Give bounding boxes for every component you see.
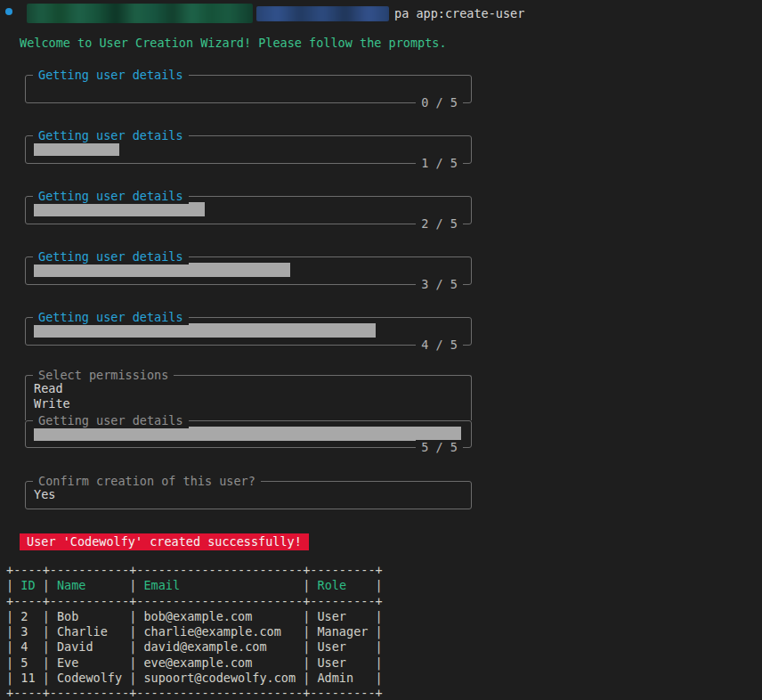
step-count: 3 / 5 [416,277,463,292]
table-row: | 2 | Bob | bob@example.com | User | [6,609,383,624]
redacted-branch-blob [256,6,389,21]
permissions-title: Select permissions [33,368,174,383]
step-title: Getting user details [33,249,189,265]
progress-box-step-1: Getting user details 1 / 5 [25,135,472,164]
step-count: 4 / 5 [416,338,463,353]
step-count: 5 / 5 [416,440,463,455]
step-title: Getting user details [33,413,189,428]
confirm-answer: Yes [26,487,471,502]
progress-bar [34,142,119,156]
table-border: +----+-----------+----------------------… [6,563,383,578]
terminal-window[interactable]: pa app:create-user Welcome to User Creat… [0,0,762,700]
users-table: +----+-----------+----------------------… [6,563,383,700]
success-banner: User 'Codewolfy' created successfully! [20,533,309,550]
progress-box-step-0: Getting user details 0 / 5 [25,75,472,103]
redacted-path-blob [27,4,253,23]
table-row: | 4 | David | david@example.com | User | [6,639,383,655]
table-header-row: | ID | Name | Email | Role | [6,578,383,593]
welcome-message: Welcome to User Creation Wizard! Please … [20,36,447,50]
permission-option-write: Write [26,396,471,411]
step-count: 0 / 5 [416,95,463,110]
progress-bar [34,202,205,216]
progress-bar [34,263,290,277]
table-row: | 3 | Charlie | charlie@example.com | Ma… [6,624,383,639]
prompt-bullet-icon [5,8,12,15]
permission-option-read: Read [26,381,471,396]
step-count: 1 / 5 [416,156,463,171]
progress-box-step-3: Getting user details 3 / 5 [25,256,472,285]
progress-bar [34,427,461,441]
table-border: +----+-----------+----------------------… [6,594,383,609]
table-border: +----+-----------+----------------------… [6,686,383,700]
progress-box-step-4: Getting user details 4 / 5 [25,317,472,346]
step-title: Getting user details [33,128,189,143]
progress-box-step-5: Getting user details 5 / 5 [25,420,472,448]
progress-bar [34,323,376,338]
step-title: Getting user details [33,68,189,83]
table-row: | 5 | Eve | eve@example.com | User | [6,655,383,671]
confirm-box: Confirm creation of this user? Yes [25,481,472,509]
command-text: pa app:create-user [394,5,524,21]
confirm-title: Confirm creation of this user? [33,474,261,489]
progress-box-step-2: Getting user details 2 / 5 [25,196,472,224]
table-row: | 11 | Codewolfy | supoort@codewolfy.com… [6,671,383,686]
step-count: 2 / 5 [416,216,463,232]
step-title: Getting user details [33,189,189,204]
step-title: Getting user details [33,310,189,325]
